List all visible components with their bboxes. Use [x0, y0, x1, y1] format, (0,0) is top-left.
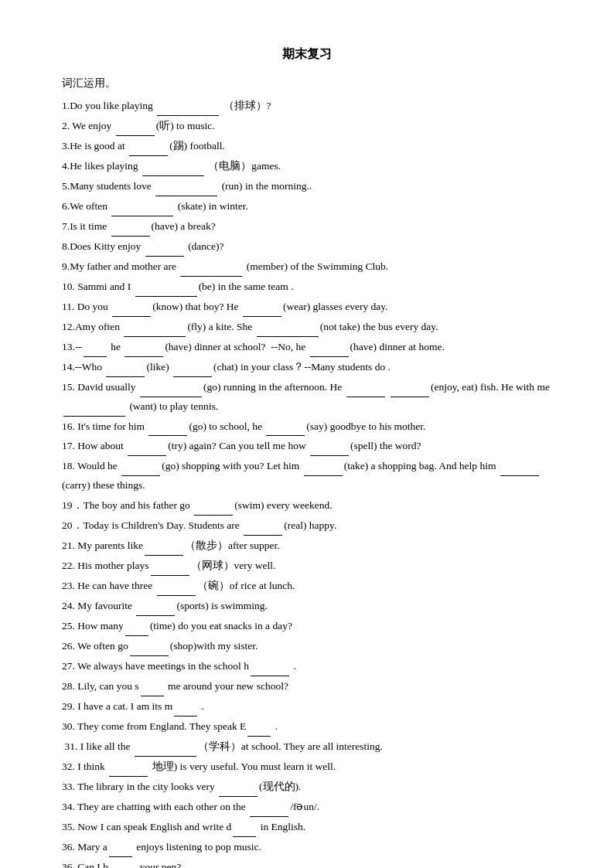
line-31: 31. I like all the （学科）at school. They a… [62, 737, 552, 757]
line-34: 34. They are chatting with each other on… [62, 798, 552, 817]
line-16: 16. It's time for him (go) to school, he… [62, 417, 552, 437]
line-28: 28. Lily, can you s me around your new s… [62, 677, 552, 696]
line-15: 15. David usually (go) running in the af… [62, 378, 552, 417]
section-label: 词汇运用。 [62, 77, 552, 90]
line-6: 6.We often (skate) in winter. [62, 197, 552, 216]
line-36a: 36. Mary a enjoys listening to pop music… [62, 838, 552, 857]
line-2: 2. We enjoy (听) to music. [62, 117, 552, 136]
line-9: 9.My father and mother are (member) of t… [62, 257, 552, 277]
line-35: 35. Now I can speak English and write d … [62, 818, 552, 837]
line-24: 24. My favourite (sports) is swimming. [62, 597, 552, 616]
line-14: 14.--Who (like) (chat) in your class？--M… [62, 358, 552, 377]
line-30: 30. They come from England. They speak E… [62, 717, 552, 737]
line-22: 22. His mother plays（网球）very well. [62, 557, 552, 576]
line-26: 26. We often go(shop)with my sister. [62, 637, 552, 656]
line-18: 18. Would he (go) shopping with you? Let… [62, 457, 552, 495]
line-7: 7.Is it time (have) a break? [62, 217, 552, 237]
page-title: 期末复习 [62, 46, 552, 63]
line-10: 10. Sammi and I (be) in the same team . [62, 277, 552, 297]
line-27: 27. We always have meetings in the schoo… [62, 657, 552, 676]
line-32: 32. I think 地理) is very useful. You must… [62, 757, 552, 777]
line-1: 1.Do you like playing （排球）? [62, 97, 552, 116]
line-12: 12.Amy often (fly) a kite. She (not take… [62, 318, 552, 337]
line-36b: 36. Can I b your pen? [62, 858, 552, 868]
line-23: 23. He can have three （碗）of rice at lunc… [62, 577, 552, 596]
line-4: 4.He likes playing （电脑）games. [62, 157, 552, 176]
line-11: 11. Do you (know) that boy? He (wear) gl… [62, 298, 552, 317]
line-3: 3.He is good at (踢) football. [62, 137, 552, 156]
line-20: 20．Today is Children's Day. Students are… [62, 516, 552, 536]
line-8: 8.Does Kitty enjoy (dance)? [62, 237, 552, 257]
line-13: 13.-- he (have) dinner at school? --No, … [62, 338, 552, 357]
line-33: 33. The library in the city looks very (… [62, 778, 552, 797]
line-25: 25. How many(time) do you eat snacks in … [62, 617, 552, 636]
line-21: 21. My parents like（散步）after supper. [62, 536, 552, 556]
line-29: 29. I have a cat. I am its m . [62, 697, 552, 717]
line-5: 5.Many students love (run) in the mornin… [62, 177, 552, 196]
line-17: 17. How about (try) again? Can you tell … [62, 437, 552, 456]
content-area: 1.Do you like playing （排球）? 2. We enjoy … [62, 97, 552, 868]
line-19: 19．The boy and his father go (swim) ever… [62, 496, 552, 516]
